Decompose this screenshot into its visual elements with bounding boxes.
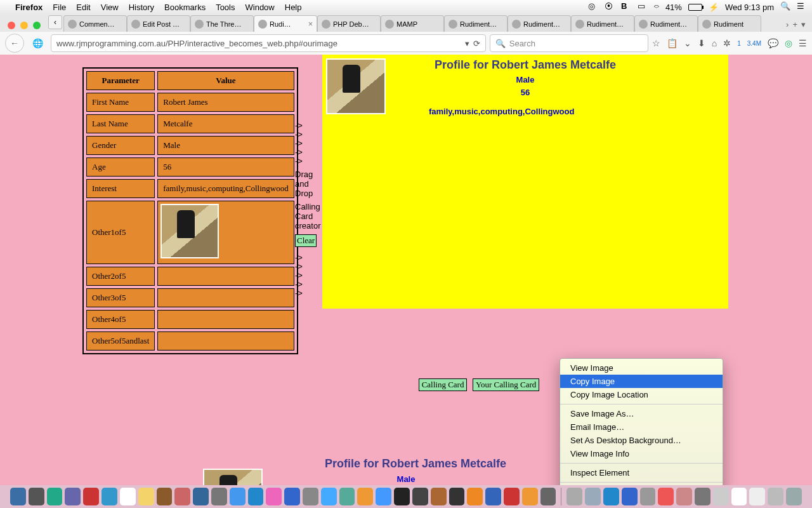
browser-tab[interactable]: Rudiment… (444, 15, 508, 32)
row-other3-value[interactable] (157, 288, 294, 307)
sync-icon[interactable]: ◎ (588, 2, 598, 12)
new-tab-button[interactable]: + (792, 20, 797, 29)
row-other2-value[interactable] (157, 267, 294, 286)
row-other5-value[interactable] (157, 331, 294, 351)
ctx-save-image-as[interactable]: Save Image As… (560, 407, 723, 420)
ctx-inspect-element[interactable]: Inspect Element (560, 466, 723, 479)
browser-tab[interactable]: Edit Post … (127, 15, 190, 32)
row-firstname-value[interactable]: Robert James (157, 93, 294, 112)
dock-app[interactable] (622, 488, 638, 505)
browser-tab[interactable]: Rudiment… (634, 15, 698, 32)
menu-history[interactable]: History (129, 3, 154, 12)
home-icon[interactable]: ⌂ (712, 38, 717, 48)
dock-app[interactable] (695, 488, 710, 505)
browser-tab[interactable]: The Thre… (190, 15, 254, 32)
dock-app[interactable] (138, 488, 154, 505)
dock-app[interactable] (749, 488, 765, 505)
dock-app[interactable] (193, 488, 209, 505)
dock-app[interactable] (431, 488, 447, 505)
clock[interactable]: Wed 9:13 pm (725, 3, 774, 12)
dock-app[interactable] (676, 488, 692, 505)
ctx-view-image-info[interactable]: View Image Info (560, 447, 723, 460)
zoom-window-button[interactable] (33, 22, 41, 29)
dock-app[interactable] (504, 488, 520, 505)
row-age-value[interactable]: 56 (157, 157, 294, 177)
dock-app[interactable] (303, 488, 318, 505)
dock-app[interactable] (47, 488, 63, 505)
dock-app[interactable] (120, 488, 136, 505)
dock-app[interactable] (640, 488, 656, 505)
dock-app[interactable] (713, 488, 729, 505)
close-window-button[interactable] (8, 22, 15, 29)
app-name[interactable]: Firefox (15, 3, 43, 12)
row-interest-value[interactable]: family,music,computing,Collingwood (157, 179, 294, 198)
row-other1-value[interactable] (157, 201, 294, 264)
browser-tab[interactable]: Commen… (63, 15, 127, 32)
minimize-window-button[interactable] (20, 22, 28, 29)
dock-app[interactable] (376, 488, 391, 505)
dock-app[interactable] (540, 488, 556, 505)
ctx-copy-image[interactable]: Copy Image (560, 375, 723, 388)
menu-help[interactable]: Help (285, 3, 302, 12)
menu-window[interactable]: Window (246, 3, 275, 12)
reload-button[interactable]: ⟳ (473, 39, 480, 48)
dock-app[interactable] (339, 488, 355, 505)
dock-app[interactable] (467, 488, 483, 505)
browser-tab[interactable]: Rudiment… (571, 15, 634, 32)
downloads-icon[interactable]: ⬇ (698, 38, 705, 48)
browser-tab[interactable]: PHP Deb… (317, 15, 381, 32)
menu-file[interactable]: File (53, 3, 66, 12)
display-icon[interactable]: ▭ (638, 2, 648, 12)
ctx-email-image[interactable]: Email Image… (560, 420, 723, 434)
your-calling-card-button[interactable]: Your Calling Card (473, 378, 539, 391)
bookmark-star-icon[interactable]: ☆ (652, 38, 660, 48)
ctx-view-image[interactable]: View Image (560, 361, 723, 375)
row-lastname-value[interactable]: Metcalfe (157, 114, 294, 133)
bold-b-icon[interactable]: B (621, 2, 631, 12)
browser-tab[interactable]: Rudiment (698, 15, 761, 32)
battery-icon[interactable] (688, 4, 702, 11)
dock-app[interactable] (522, 488, 538, 505)
spotlight-icon[interactable]: 🔍 (780, 2, 790, 12)
clear-button[interactable]: Clear (295, 234, 317, 247)
ctx-copy-image-location[interactable]: Copy Image Location (560, 388, 723, 401)
browser-tab[interactable]: MAMP (381, 15, 444, 32)
dock-app[interactable] (566, 488, 582, 505)
dock-app[interactable] (248, 488, 264, 505)
dock-app[interactable] (357, 488, 373, 505)
wifi-icon[interactable]: ⌔ (654, 3, 659, 12)
menu-bookmarks[interactable]: Bookmarks (164, 3, 206, 12)
close-tab-icon[interactable]: × (308, 20, 313, 29)
back-button[interactable]: ← (5, 34, 24, 53)
all-tabs-button[interactable]: ▾ (801, 20, 806, 29)
browser-tab[interactable]: Rudi…× (254, 15, 317, 32)
uploaded-image-thumb[interactable] (160, 204, 219, 258)
dock-app[interactable] (266, 488, 282, 505)
dock-app[interactable] (731, 488, 747, 505)
dock-app[interactable] (65, 488, 81, 505)
tab-scroll-right[interactable]: › (786, 20, 789, 29)
notifications-icon[interactable]: ☰ (797, 2, 807, 12)
menu-edit[interactable]: Edit (76, 3, 90, 12)
dock-app[interactable] (768, 488, 783, 505)
dock-app[interactable] (102, 488, 117, 505)
menu-tools[interactable]: Tools (216, 3, 235, 12)
menu-view[interactable]: View (101, 3, 119, 12)
ctx-set-desktop-bg[interactable]: Set As Desktop Background… (560, 434, 723, 447)
pocket-icon[interactable]: ⌄ (684, 38, 691, 48)
calling-card-canvas[interactable]: Profile for Robert James Metcalfe Male 5… (322, 55, 728, 309)
addon-icon[interactable]: ✲ (723, 38, 731, 48)
dock-app[interactable] (485, 488, 501, 505)
dock-app[interactable] (321, 488, 337, 505)
browser-tab[interactable]: Rudiment… (508, 15, 571, 32)
dock-app[interactable] (10, 488, 26, 505)
target-icon[interactable]: ◎ (785, 38, 792, 48)
dock-app[interactable] (211, 488, 227, 505)
dock-trash[interactable] (786, 488, 802, 505)
dock-app[interactable] (230, 488, 246, 505)
sidebar-toggle-button[interactable]: ‹ (48, 15, 62, 29)
row-other4-value[interactable] (157, 310, 294, 329)
dropdown-icon[interactable]: ▾ (465, 39, 469, 48)
profile-photo-copy[interactable] (203, 469, 263, 485)
menu-button[interactable]: ☰ (799, 38, 807, 48)
